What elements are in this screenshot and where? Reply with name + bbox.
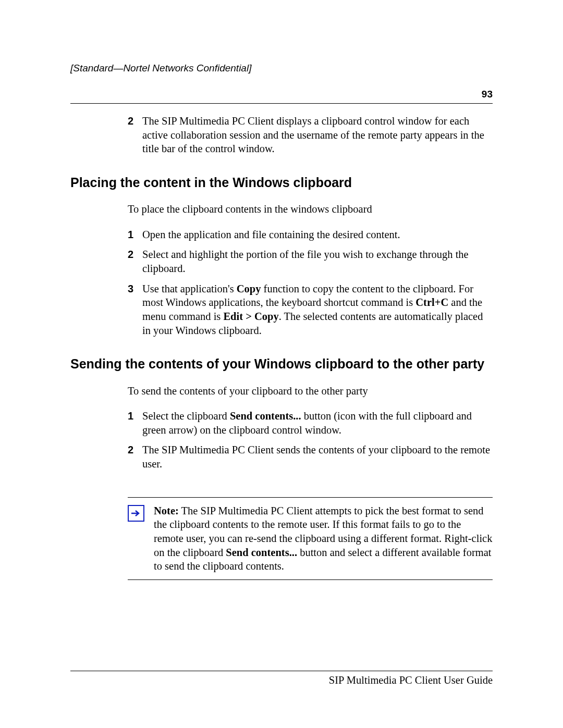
- section-heading-placing: Placing the content in the Windows clipb…: [70, 175, 493, 191]
- list-item: 2 The SIP Multimedia PC Client displays …: [128, 114, 493, 156]
- section-heading-sending: Sending the contents of your Windows cli…: [70, 356, 493, 372]
- list-number: 3: [128, 282, 142, 338]
- list-body: The SIP Multimedia PC Client sends the c…: [142, 443, 493, 471]
- page-footer: SIP Multimedia PC Client User Guide: [70, 671, 493, 686]
- note-content: Note: The SIP Multimedia PC Client attem…: [128, 504, 493, 573]
- list-number: 2: [128, 443, 142, 471]
- list-body: Select and highlight the portion of the …: [142, 248, 493, 275]
- list-item: 1 Open the application and file containi…: [128, 228, 493, 242]
- note-text: Note: The SIP Multimedia PC Client attem…: [154, 504, 493, 573]
- bold-edit-copy: Edit > Copy: [223, 311, 278, 322]
- list-number: 1: [128, 228, 142, 242]
- list-item: 2 The SIP Multimedia PC Client sends the…: [128, 443, 493, 471]
- list-body: Use that application's Copy function to …: [142, 282, 493, 338]
- note-rule-top: [128, 497, 493, 498]
- text-run: Select the clipboard: [142, 410, 230, 422]
- document-page: [Standard—Nortel Networks Confidential] …: [0, 0, 563, 728]
- list-item: 3 Use that application's Copy function t…: [128, 282, 493, 338]
- list-body: Open the application and file containing…: [142, 228, 493, 242]
- note-label: Note:: [154, 505, 179, 516]
- list-number: 1: [128, 409, 142, 437]
- bold-send-contents: Send contents...: [230, 410, 301, 422]
- section2-list: 1 Select the clipboard Send contents... …: [128, 409, 493, 471]
- footer-rule: [70, 671, 493, 671]
- section1-list: 1 Open the application and file containi…: [128, 228, 493, 337]
- section2-intro: To send the contents of your clipboard t…: [128, 384, 493, 398]
- note-rule-bottom: [128, 579, 493, 580]
- section1-intro: To place the clipboard contents in the w…: [128, 202, 493, 216]
- note-icon-wrap: [128, 504, 154, 573]
- list-body: Select the clipboard Send contents... bu…: [142, 409, 493, 437]
- list-item: 1 Select the clipboard Send contents... …: [128, 409, 493, 437]
- text-run: Use that application's: [142, 283, 237, 294]
- footer-text: SIP Multimedia PC Client User Guide: [70, 674, 493, 686]
- page-number: 93: [70, 89, 493, 100]
- top-rule: [70, 103, 493, 104]
- arrow-right-icon: [128, 505, 144, 522]
- continuation-list: 2 The SIP Multimedia PC Client displays …: [128, 114, 493, 156]
- list-number: 2: [128, 114, 142, 156]
- list-item: 2 Select and highlight the portion of th…: [128, 248, 493, 275]
- header-confidential: [Standard—Nortel Networks Confidential]: [70, 63, 493, 74]
- bold-send-contents: Send contents...: [226, 547, 297, 558]
- list-number: 2: [128, 248, 142, 275]
- note-box: Note: The SIP Multimedia PC Client attem…: [128, 497, 493, 580]
- bold-ctrlc: Ctrl+C: [415, 297, 448, 308]
- list-body: The SIP Multimedia PC Client displays a …: [142, 114, 493, 156]
- bold-copy: Copy: [237, 283, 261, 294]
